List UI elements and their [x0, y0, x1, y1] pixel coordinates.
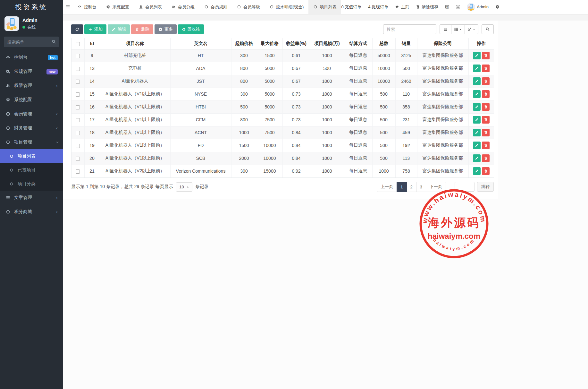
refresh-button[interactable]: [71, 24, 83, 34]
sidebar-toggle-icon[interactable]: [63, 0, 73, 14]
edit-row-button[interactable]: [473, 154, 481, 162]
tab-会员等级[interactable]: 会员等级: [232, 0, 265, 14]
page-2[interactable]: 2: [407, 182, 416, 192]
row-checkbox[interactable]: [76, 131, 80, 135]
delete-row-button[interactable]: [482, 65, 490, 72]
page-1[interactable]: 1: [397, 182, 407, 192]
columns-button[interactable]: [451, 24, 465, 34]
edit-row-button[interactable]: [473, 77, 481, 85]
cell-rate: 0.67: [282, 62, 310, 75]
chevron-left-icon: ‹: [56, 195, 58, 200]
sidebar-subitem-项目分类[interactable]: 项目分类: [0, 177, 63, 191]
user-avatar[interactable]: [4, 16, 19, 31]
tab-控制台[interactable]: 控制台: [73, 0, 101, 14]
cell-settle: 每日返息: [344, 49, 372, 62]
trash-icon: [484, 143, 488, 147]
delete-row-button[interactable]: [482, 142, 490, 149]
search-button[interactable]: [482, 24, 494, 34]
sidebar-item-常规管理[interactable]: 常规管理new: [0, 65, 63, 79]
header-item-清除缓存[interactable]: 清除缓存: [416, 4, 438, 10]
select-all-checkbox[interactable]: [76, 42, 80, 46]
page-size-dropdown[interactable]: 10: [176, 182, 192, 192]
edit-row-button[interactable]: [473, 52, 481, 59]
page-3[interactable]: 3: [416, 182, 426, 192]
tab-系统配置[interactable]: 系统配置: [101, 0, 134, 14]
delete-row-button[interactable]: [482, 52, 490, 59]
row-checkbox[interactable]: [76, 54, 80, 58]
row-checkbox[interactable]: [76, 67, 80, 71]
edit-row-button[interactable]: [473, 103, 481, 111]
tab-项目列表[interactable]: 项目列表: [308, 0, 341, 14]
edit-row-button[interactable]: [473, 167, 481, 175]
row-checkbox[interactable]: [76, 92, 80, 97]
detail-view-button[interactable]: [440, 24, 451, 34]
row-checkbox[interactable]: [76, 157, 80, 161]
tab-会员分组[interactable]: 会员分组: [167, 0, 199, 14]
recycle-button[interactable]: ♻回收站: [178, 24, 204, 34]
cell-en: HT: [170, 49, 231, 62]
sidebar-item-会员管理[interactable]: 会员管理‹: [0, 107, 63, 121]
cell-sales: 459: [395, 126, 417, 139]
page-上一页[interactable]: 上一页: [377, 182, 397, 192]
cell-en: JST: [170, 75, 231, 88]
sidebar-item-项目管理[interactable]: 项目管理‹: [0, 135, 63, 149]
edit-row-button[interactable]: [473, 116, 481, 124]
row-checkbox[interactable]: [76, 118, 80, 122]
edit-button[interactable]: 编辑: [108, 24, 130, 34]
cell-scale: 1000: [310, 100, 344, 113]
header-item-gear-icon[interactable]: [495, 5, 500, 9]
sidebar-item-控制台[interactable]: 控制台hot: [0, 50, 63, 65]
page-jump-button[interactable]: 跳转: [477, 182, 494, 192]
delete-row-button[interactable]: [482, 129, 490, 136]
row-checkbox[interactable]: [76, 144, 80, 148]
sidebar-item-系统配置[interactable]: 系统配置: [0, 93, 63, 107]
header-item-Admin[interactable]: Admin: [467, 3, 489, 11]
delete-row-button[interactable]: [482, 116, 490, 124]
row-checkbox[interactable]: [76, 80, 80, 84]
delete-button[interactable]: 删除: [131, 24, 153, 34]
more-button[interactable]: 更多: [155, 24, 177, 34]
row-checkbox[interactable]: [76, 169, 80, 174]
header-item-0 充值订单[interactable]: 0 充值订单: [341, 4, 361, 10]
cell-name: AI量化机器人（V1以上限购）: [100, 152, 170, 165]
menu-search-input[interactable]: [4, 37, 59, 47]
edit-row-button[interactable]: [473, 65, 481, 72]
cell-id: 13: [84, 62, 100, 75]
chevron-left-icon: ‹: [56, 209, 58, 214]
delete-row-button[interactable]: [482, 103, 490, 111]
trash-icon: [484, 54, 488, 57]
circle-icon: [237, 5, 241, 9]
sidebar-subitem-已投项目[interactable]: 已投项目: [0, 163, 63, 177]
pencil-icon: [475, 105, 479, 109]
cell-settle: 每日返息: [344, 113, 372, 126]
page-下一页[interactable]: 下一页: [426, 182, 446, 192]
view-button-group: [440, 24, 478, 34]
delete-row-button[interactable]: [482, 167, 490, 175]
edit-row-button[interactable]: [473, 142, 481, 149]
header-item-expand-icon[interactable]: [456, 5, 460, 9]
sidebar-item-权限管理[interactable]: 权限管理‹: [0, 79, 63, 93]
sidebar-item-财务管理[interactable]: 财务管理‹: [0, 121, 63, 135]
edit-row-button[interactable]: [473, 90, 481, 98]
sidebar-item-文章管理[interactable]: 文章管理‹: [0, 191, 63, 205]
tab-会员规则[interactable]: 会员规则: [199, 0, 232, 14]
user-status: 在线: [22, 24, 38, 30]
page-jump-input[interactable]: [455, 182, 475, 192]
delete-row-button[interactable]: [482, 154, 490, 162]
tab-会员列表[interactable]: 会员列表: [134, 0, 167, 14]
delete-row-button[interactable]: [482, 90, 490, 98]
row-checkbox[interactable]: [76, 105, 80, 109]
sidebar-subitem-项目列表[interactable]: 项目列表: [0, 149, 63, 163]
header-item-4 提现订单[interactable]: 4 提现订单: [368, 4, 388, 10]
export-button[interactable]: [465, 24, 478, 34]
delete-row-button[interactable]: [482, 77, 490, 85]
tab-label: 会员规则: [211, 4, 227, 10]
header-item-translate-icon[interactable]: 文: [445, 5, 449, 9]
add-button[interactable]: 添加: [84, 24, 106, 34]
sidebar-item-积分商城[interactable]: 积分商城‹: [0, 205, 63, 219]
tab-流水明细(现金)[interactable]: 流水明细(现金): [265, 0, 309, 14]
table-search-input[interactable]: [383, 24, 436, 34]
edit-row-button[interactable]: [473, 129, 481, 136]
header-item-主页[interactable]: 主页: [395, 4, 409, 10]
summary-after: 条记录: [195, 184, 209, 190]
